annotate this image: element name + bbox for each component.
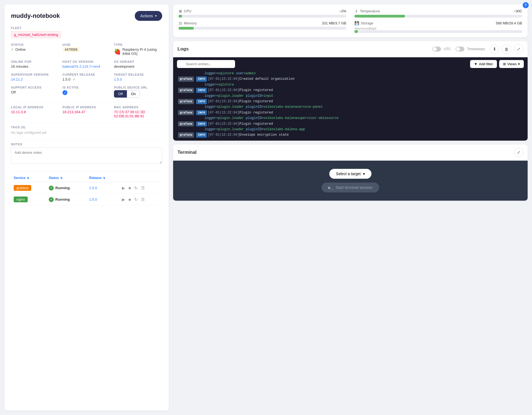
cpu-progress-fill <box>179 15 182 18</box>
sort-icon: ⇅ <box>27 177 29 180</box>
temp-progress-bg <box>354 15 522 18</box>
actions-label: Actions <box>140 14 153 18</box>
service-cell: nginx <box>11 194 46 205</box>
logs-icon[interactable]: ☰ <box>141 197 145 202</box>
stop-icon[interactable]: ■ <box>128 197 131 202</box>
download-logs-button[interactable]: ⬇ <box>490 44 499 54</box>
logs-card: Logs UTC Timestamps ⬇ 🗑 ⤢ <box>173 41 528 141</box>
col-release[interactable]: Release ⇅ <box>86 174 119 182</box>
log-entry: grafanaINFO[07-01|15:22:04] Plugin regis… <box>177 99 524 104</box>
storage-progress-fill <box>354 30 358 33</box>
utc-toggle[interactable] <box>432 47 441 52</box>
log-entry: logger=plugin.loader pluginID=volkovlabs… <box>177 127 524 132</box>
sort-icon: ⇅ <box>103 177 105 180</box>
online-for-field: ONLINE FOR 16 minutes <box>11 60 59 69</box>
add-filter-button[interactable]: ▼ Add filter <box>470 60 497 68</box>
supervisor-field: SUPERVISOR VERSION 14.11.2 <box>11 73 59 81</box>
start-terminal-session-button[interactable]: ▶_ Start terminal session <box>322 183 379 192</box>
actions-cell: ▶ ■ ↻ ☰ <box>119 194 162 205</box>
col-service[interactable]: Service ⇅ <box>11 174 46 182</box>
release-cell: 1.5.0 <box>86 182 119 194</box>
meta-grid: STATUS ✓ Online UUID 4479568 TYPE 🍓 Rasp… <box>11 43 162 98</box>
temp-icon: 🌡 <box>354 9 358 13</box>
select-target-button[interactable]: Select a target ▾ <box>329 169 371 179</box>
public-ip-field: PUBLIC IP ADDRESS 18.213.164.47 <box>62 106 111 118</box>
is-active-check-icon: ✓ <box>62 90 67 95</box>
logs-search-input[interactable] <box>177 60 235 68</box>
memory-icon: ▤ <box>179 21 182 25</box>
log-entry: logger=plugin.loader pluginID=input <box>177 93 524 99</box>
timestamps-toggle[interactable] <box>456 47 464 52</box>
logs-icon[interactable]: ☰ <box>141 186 145 191</box>
log-entry: logger=sqlstore <box>177 82 524 87</box>
mac-field: MAC ADDRESS 7C:C5:37:39:1C:3D 52:DB:31:0… <box>114 106 162 118</box>
log-entry: grafanaINFO[07-01|15:22:04] Plugin regis… <box>177 87 524 93</box>
toggle-on-button[interactable]: On <box>127 90 140 98</box>
col-status[interactable]: Status ⇅ <box>46 174 86 182</box>
views-icon: ⊞ <box>503 62 506 66</box>
sort-icon: ⇅ <box>60 177 62 180</box>
cpu-icon: ▣ <box>179 9 182 13</box>
logs-body: ▼ Add filter ⊞ Views ▾ logger=sqlstore u… <box>173 57 528 141</box>
host-os-field: HOST OS VERSION balenaOS 2.115.7+rev4 <box>62 60 111 69</box>
views-button[interactable]: ⊞ Views ▾ <box>499 60 524 68</box>
local-ip-field: LOCAL IP ADDRESS 10.11.0.8 <box>11 106 59 118</box>
supervisor-link[interactable]: 14.11.2 <box>11 77 59 81</box>
actions-button[interactable]: Actions ▾ <box>135 11 162 21</box>
type-field: TYPE 🍓 Raspberry Pi 4 (using 64bit OS) <box>114 43 162 56</box>
service-cell: grafana <box>11 182 46 194</box>
public-url-field: PUBLIC DEVICE URL Off On <box>114 86 162 98</box>
storage-icon: 💾 <box>354 21 359 25</box>
terminal-body: Select a target ▾ ▶_ Start terminal sess… <box>173 161 528 201</box>
check-icon: ✓ <box>11 47 14 52</box>
terminal-card: Terminal ⤢ Select a target ▾ ▶_ Start te… <box>173 144 528 201</box>
host-os-link[interactable]: balenaOS 2.115.7+rev4 <box>62 64 111 69</box>
restart-icon[interactable]: ↻ <box>134 186 138 191</box>
target-release-link[interactable]: 1.5.0 <box>114 77 162 81</box>
cpu-stat: ▣ CPU ~2% <box>179 9 346 18</box>
storage-stat: 💾 Storage 588 MB/28.4 GB /dev/mmcblk0p6 <box>354 21 522 33</box>
fleet-tag[interactable]: g_michael_hall1/avh-testing <box>11 31 61 38</box>
play-icon[interactable]: ▶ <box>122 186 125 191</box>
network-grid: LOCAL IP ADDRESS 10.11.0.8 PUBLIC IP ADD… <box>11 106 162 118</box>
fleet-label: FLEET <box>11 26 162 30</box>
tags-section: TAGS (0) No tags configured yet <box>11 126 162 135</box>
status-cell: ✓ Running <box>46 182 86 194</box>
stop-icon[interactable]: ■ <box>128 186 131 190</box>
uuid-badge: 4479568 <box>62 47 80 52</box>
status-running-icon: ✓ <box>49 186 54 191</box>
log-entry: logger=plugin.loader pluginID=volkovlabs… <box>177 115 524 121</box>
table-row: nginx ✓ Running 1.5.0 ▶ ■ ↻ ☰ <box>11 194 162 205</box>
expand-terminal-button[interactable]: ⤢ <box>514 148 523 157</box>
log-entry: grafanaINFO[07-01|15:22:04] Plugin regis… <box>177 110 524 115</box>
memory-progress-fill <box>179 27 194 30</box>
rpi-icon: 🍓 <box>114 48 121 55</box>
logs-title: Logs <box>178 46 430 52</box>
os-variant-field: OS VARIANT development <box>114 60 162 69</box>
memory-progress-bg <box>179 27 346 30</box>
clear-logs-button[interactable]: 🗑 <box>502 44 511 54</box>
filter-icon: ▼ <box>474 62 477 66</box>
toggle-off-button[interactable]: Off <box>114 90 127 98</box>
log-entry: grafanaINFO[07-01|15:22:04] Envelope enc… <box>177 132 524 138</box>
chevron-down-icon: ▾ <box>155 14 157 18</box>
expand-logs-button[interactable]: ⤢ <box>514 44 523 54</box>
release-cell: 1.5.0 <box>86 194 119 205</box>
views-chevron-icon: ▾ <box>518 62 520 66</box>
chevron-down-icon: ▾ <box>363 172 365 176</box>
help-icon[interactable]: ? <box>523 2 529 8</box>
storage-progress-bg <box>354 30 522 33</box>
play-icon[interactable]: ▶ <box>122 197 125 202</box>
status-cell: ✓ Running <box>46 194 86 205</box>
table-row: grafana ✓ Running 1.5.0 ▶ ■ ↻ ☰ <box>11 182 162 194</box>
public-url-toggle[interactable]: Off On <box>114 90 162 98</box>
target-release-field: TARGET RELEASE 1.5.0 <box>114 73 162 81</box>
right-panel: ? ▣ CPU ~2% <box>173 4 528 411</box>
log-entry: grafanaINFO[07-01|15:22:04] Created defa… <box>177 76 524 82</box>
status-value: ✓ Online <box>11 47 59 52</box>
status-running-icon: ✓ <box>49 197 54 202</box>
uuid-field: UUID 4479568 <box>62 43 111 56</box>
is-active-field: IS ACTIVE ✓ <box>62 86 111 98</box>
restart-icon[interactable]: ↻ <box>134 197 138 202</box>
notes-textarea[interactable] <box>11 147 162 164</box>
